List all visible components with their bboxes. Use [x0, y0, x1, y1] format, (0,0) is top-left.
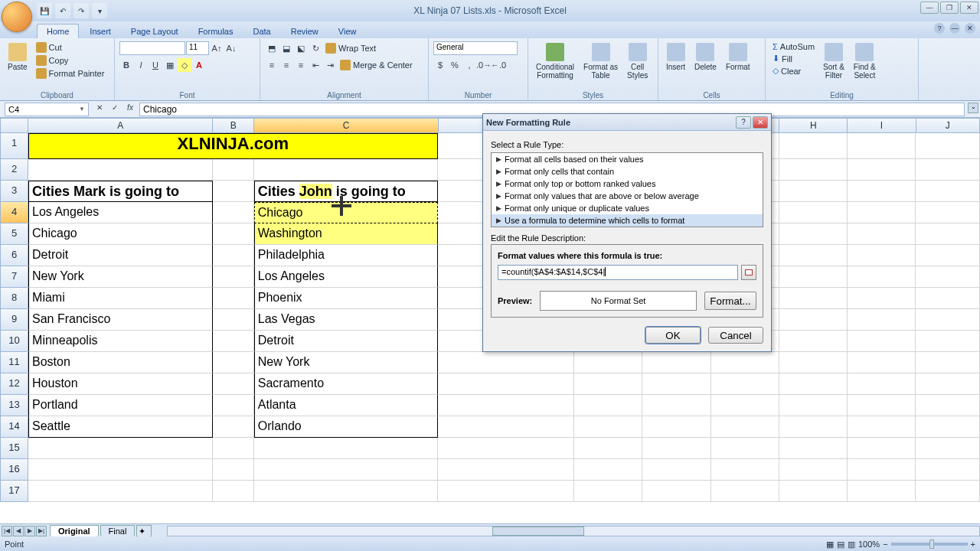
cell[interactable] [848, 309, 916, 331]
cell-john[interactable]: Chicago [254, 202, 439, 223]
cell[interactable] [779, 416, 848, 438]
enter-fx-icon[interactable]: ✓ [109, 103, 121, 116]
row-header-13[interactable]: 13 [0, 395, 28, 416]
row-header-5[interactable]: 5 [0, 223, 28, 245]
cell[interactable] [848, 202, 916, 223]
row-header-11[interactable]: 11 [0, 352, 28, 373]
cell[interactable] [574, 352, 642, 373]
fill-color-button[interactable]: ◇ [178, 58, 191, 72]
insert-sheet-icon[interactable]: ✦ [136, 525, 152, 537]
cell[interactable] [574, 373, 642, 395]
cell-mark[interactable]: Houston [28, 373, 213, 395]
cell[interactable] [213, 288, 254, 309]
ribbon-minimize-icon[interactable]: — [949, 23, 960, 34]
cell[interactable] [916, 331, 980, 352]
restore-button[interactable]: ❐ [940, 2, 959, 14]
format-as-table-button[interactable]: Format as Table [580, 41, 621, 81]
select-all-corner[interactable] [0, 118, 28, 133]
cell[interactable] [438, 352, 574, 373]
fx-icon[interactable]: fx [124, 103, 136, 116]
tab-formulas[interactable]: Formulas [189, 24, 243, 38]
cell[interactable] [642, 373, 710, 395]
align-bottom-icon[interactable]: ⬕ [294, 41, 308, 55]
minimize-button[interactable]: — [920, 2, 939, 14]
autosum-button[interactable]: ΣAutoSum [770, 41, 817, 52]
zoom-in-icon[interactable]: + [971, 540, 975, 549]
cell[interactable] [213, 245, 254, 266]
row-header-8[interactable]: 8 [0, 288, 28, 309]
ok-button[interactable]: OK [645, 327, 701, 344]
cell[interactable] [574, 438, 642, 459]
rule-type-item-selected[interactable]: ▶Use a formula to determine which cells … [492, 214, 763, 227]
dialog-help-button[interactable]: ? [736, 116, 751, 129]
office-button[interactable] [2, 2, 32, 32]
cell-john[interactable]: Atlanta [254, 395, 439, 416]
close-button[interactable]: ✕ [960, 2, 978, 14]
name-box[interactable]: C4▼ [5, 103, 89, 116]
cell[interactable] [438, 459, 574, 481]
align-middle-icon[interactable]: ⬓ [279, 41, 293, 55]
cell-mark[interactable]: Los Angeles [28, 202, 213, 223]
cell[interactable] [848, 245, 916, 266]
cell[interactable] [848, 481, 916, 502]
cell[interactable] [438, 395, 574, 416]
cell-mark[interactable]: Chicago [28, 223, 213, 245]
row-header-10[interactable]: 10 [0, 331, 28, 352]
clear-button[interactable]: ◇Clear [770, 65, 817, 77]
cell[interactable] [642, 459, 710, 481]
cell-styles-button[interactable]: Cell Styles [624, 41, 651, 81]
row-header-16[interactable]: 16 [0, 459, 28, 481]
rule-type-item[interactable]: ▶Format only unique or duplicate values [492, 202, 763, 214]
cell[interactable] [438, 438, 574, 459]
decrease-decimal-icon[interactable]: ←.0 [492, 58, 505, 72]
rule-type-item[interactable]: ▶Format all cells based on their values [492, 153, 763, 165]
header-mark[interactable]: Cities Mark is going to visit [28, 181, 213, 202]
tab-page-layout[interactable]: Page Layout [122, 24, 188, 38]
banner-cell[interactable]: XLNINJA.com [28, 133, 437, 159]
cell[interactable] [213, 223, 254, 245]
rule-type-list[interactable]: ▶Format all cells based on their values … [491, 152, 763, 227]
cell-mark[interactable]: Minneapolis [28, 331, 213, 352]
cell[interactable] [213, 202, 254, 223]
col-header-i[interactable]: I [848, 118, 916, 133]
cell[interactable] [916, 352, 980, 373]
cell[interactable] [916, 438, 980, 459]
qat-customize-icon[interactable]: ▾ [92, 3, 107, 18]
cell[interactable] [848, 395, 916, 416]
cell[interactable] [213, 181, 254, 202]
cell[interactable] [779, 133, 848, 159]
cell[interactable] [779, 309, 848, 331]
cell[interactable] [848, 223, 916, 245]
cell[interactable] [213, 459, 254, 481]
tab-view[interactable]: View [329, 24, 366, 38]
cell[interactable] [213, 395, 254, 416]
currency-icon[interactable]: $ [433, 58, 447, 72]
cell-john[interactable]: Phoenix [254, 288, 439, 309]
cell[interactable] [916, 309, 980, 331]
cell[interactable] [916, 133, 980, 159]
row-header-1[interactable]: 1 [0, 133, 28, 159]
paste-button[interactable]: Paste [5, 41, 31, 73]
col-header-h[interactable]: H [779, 118, 848, 133]
rule-type-item[interactable]: ▶Format only cells that contain [492, 165, 763, 178]
dialog-close-button[interactable]: ✕ [753, 116, 768, 129]
cell[interactable] [28, 159, 213, 181]
cell[interactable] [779, 352, 848, 373]
cell[interactable] [848, 438, 916, 459]
cell[interactable] [848, 459, 916, 481]
cell[interactable] [848, 352, 916, 373]
cell[interactable] [916, 202, 980, 223]
cell[interactable] [916, 245, 980, 266]
align-top-icon[interactable]: ⬒ [265, 41, 279, 55]
cell[interactable] [916, 395, 980, 416]
cell[interactable] [916, 373, 980, 395]
fill-button[interactable]: ⬇Fill [770, 53, 817, 64]
ribbon-close-icon[interactable]: ✕ [965, 23, 975, 34]
cell[interactable] [916, 288, 980, 309]
cell[interactable] [779, 395, 848, 416]
row-header-7[interactable]: 7 [0, 266, 28, 288]
cell[interactable] [779, 373, 848, 395]
cell[interactable] [848, 266, 916, 288]
cell-john[interactable]: Orlando [254, 416, 439, 438]
increase-indent-icon[interactable]: ⇥ [323, 58, 337, 72]
